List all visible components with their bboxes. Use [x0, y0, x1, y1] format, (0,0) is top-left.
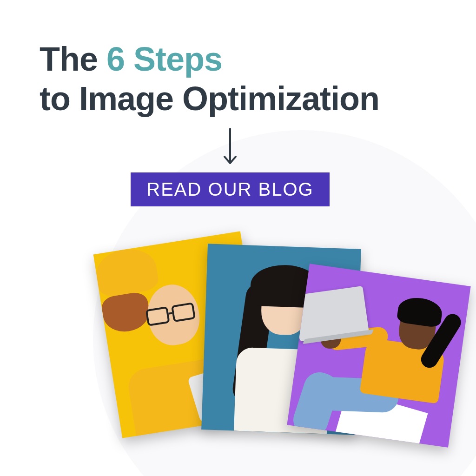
photo-collage [98, 228, 451, 469]
headline-part2: to Image Optimization [40, 80, 379, 117]
purple-photo-card [287, 264, 470, 447]
headline: The 6 Steps to Image Optimization [40, 40, 436, 119]
promo-content: The 6 Steps to Image Optimization READ O… [0, 0, 476, 206]
headline-accent: 6 Steps [106, 40, 222, 78]
headline-part1: The [40, 40, 106, 78]
arrow-down-icon [222, 127, 238, 167]
read-blog-button[interactable]: READ OUR BLOG [131, 172, 329, 206]
arrow-wrap [109, 127, 351, 167]
cta-wrap: READ OUR BLOG [109, 172, 351, 206]
